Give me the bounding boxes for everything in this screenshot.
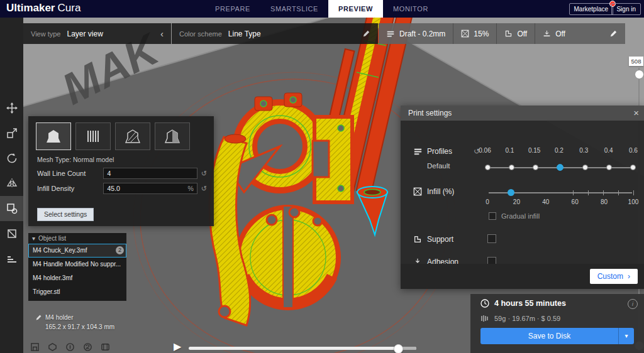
print-settings-footer: Custom › — [401, 264, 644, 289]
view-type-bar[interactable]: View type Layer view ‹ — [23, 23, 171, 44]
select-settings-button[interactable]: Select settings — [37, 208, 94, 221]
list-item[interactable]: Trigger.stl — [28, 285, 126, 299]
output-panel: 4 hours 55 minutes i 59g · 19.67m · $ 0.… — [470, 294, 644, 353]
summary-adhesion-text: Off — [555, 30, 565, 38]
list-item[interactable]: M4 holder.3mf — [28, 271, 126, 285]
simulation-slider[interactable] — [189, 347, 416, 350]
play-button[interactable]: ▶ — [174, 340, 181, 352]
support-icon — [413, 235, 422, 244]
mesh-type-normal-button[interactable] — [36, 122, 71, 150]
object-list-header[interactable]: ▾ Object list — [28, 233, 126, 244]
profiles-label: Profiles — [427, 147, 452, 156]
edit-pencil-icon[interactable] — [609, 30, 618, 38]
mesh-type-infill-mesh-button[interactable] — [75, 122, 111, 150]
tick-label: 0.2 — [548, 147, 570, 154]
tool-mirror-button[interactable] — [0, 171, 23, 196]
tab-smartslice[interactable]: SMARTSLICE — [260, 0, 328, 18]
viewport-status-icons — [30, 342, 110, 352]
layer-number-box[interactable]: 508 — [629, 57, 643, 66]
print-settings-summary-bar[interactable]: Draft - 0.2mm 15% Off Off — [379, 23, 625, 44]
model-disc[interactable] — [238, 206, 338, 308]
summary-support-text: Off — [517, 30, 527, 38]
profile-step-dot-selected[interactable] — [557, 164, 564, 171]
separator — [453, 23, 453, 44]
infill-slider-handle[interactable] — [508, 189, 514, 196]
object-list-title: Object list — [38, 235, 66, 242]
list-item[interactable]: M4 Handle Modified No suppr... — [28, 258, 126, 271]
custom-settings-button[interactable]: Custom › — [590, 269, 638, 284]
infill-icon — [413, 187, 422, 196]
reset-setting-icon[interactable]: ↺ — [201, 170, 207, 178]
model-bracket[interactable] — [313, 117, 352, 202]
profile-step-dot[interactable] — [533, 165, 538, 170]
per-model-settings-panel: Mesh Type: Normal model Wall Line Count … — [28, 116, 214, 226]
tool-rotate-button[interactable] — [0, 146, 23, 171]
infill-slider-track[interactable] — [489, 192, 632, 193]
layer-height-icon — [413, 147, 423, 156]
reset-setting-icon[interactable]: ↺ — [201, 185, 207, 193]
print-settings-header[interactable]: Print settings × — [401, 106, 644, 121]
extruder-1-icon — [65, 342, 75, 352]
app-window: MAK — [0, 0, 644, 353]
gradual-infill-checkbox[interactable] — [489, 212, 496, 220]
object-list-panel: ▾ Object list M4 Chuck_Key.3mf 2 M4 Hand… — [28, 233, 126, 301]
summary-infill[interactable]: 15% — [461, 30, 489, 38]
tab-monitor[interactable]: MONITOR — [383, 0, 438, 18]
rename-pencil-icon[interactable] — [35, 314, 42, 321]
layer-slider-upper-handle[interactable] — [635, 70, 644, 79]
save-to-disk-button[interactable]: Save to Disk ▾ — [480, 328, 634, 344]
wall-line-count-value: 4 — [107, 170, 111, 177]
tool-scale-button[interactable] — [0, 121, 23, 146]
object-count-badge: 2 — [116, 246, 124, 254]
profile-step-dot[interactable] — [582, 165, 588, 170]
material-estimate-text: 59g · 19.67m · $ 0.59 — [494, 315, 560, 322]
profile-step-dot[interactable] — [485, 165, 491, 170]
color-scheme-value: Line Type — [228, 30, 261, 38]
summary-profile[interactable]: Draft - 0.2mm — [386, 30, 445, 38]
header-bar: UltimakerCura PREPARE SMARTSLICE PREVIEW… — [0, 0, 644, 18]
profile-step-dot[interactable] — [509, 165, 514, 170]
tick-label: 0.4 — [597, 147, 620, 154]
infill-density-value: 45.0 — [107, 185, 119, 192]
active-object-name: M4 holder — [45, 314, 73, 321]
tool-move-button[interactable] — [0, 95, 23, 121]
collapse-chevron-icon[interactable]: ‹ — [160, 28, 164, 39]
marketplace-button[interactable]: Marketplace — [569, 3, 613, 15]
info-icon[interactable]: i — [628, 299, 638, 309]
adhesion-icon — [543, 30, 551, 38]
sign-in-button[interactable]: Sign in — [611, 3, 641, 15]
object-name: M4 holder.3mf — [33, 274, 72, 281]
app-logo: UltimakerCura — [6, 2, 80, 14]
tool-support-blocker-button[interactable] — [0, 221, 23, 246]
summary-adhesion[interactable]: Off — [543, 30, 565, 38]
tool-per-model-settings-button[interactable] — [0, 196, 23, 221]
simulation-slider-handle[interactable] — [394, 344, 403, 353]
profile-step-dot[interactable] — [630, 165, 636, 170]
edit-pencil-icon[interactable] — [362, 30, 370, 38]
profile-step-dot[interactable] — [606, 165, 612, 170]
tab-prepare[interactable]: PREPARE — [205, 0, 260, 18]
profile-tick-labels: 0.06 0.1 0.15 0.2 0.3 0.4 0.6 — [474, 147, 644, 154]
print-settings-panel: Print settings × Profiles ↺ 0.06 0.1 0.1… — [401, 106, 644, 289]
close-icon[interactable]: × — [633, 106, 639, 121]
profile-slider — [485, 165, 636, 171]
logo-primary: Ultimaker — [6, 2, 55, 14]
tool-custom-supports-button[interactable] — [0, 246, 23, 271]
mesh-type-support-mesh-button[interactable] — [155, 122, 190, 150]
tick-label: 0.3 — [572, 147, 595, 154]
infill-density-input[interactable]: 45.0 % — [103, 183, 197, 194]
save-options-dropdown[interactable]: ▾ — [619, 328, 634, 344]
object-name: M4 Handle Modified No suppr... — [33, 261, 121, 268]
mesh-type-cutting-mesh-button[interactable] — [115, 122, 150, 150]
list-item[interactable]: M4 Chuck_Key.3mf 2 — [28, 244, 126, 258]
printer-icon — [30, 342, 40, 352]
build-plate-icon — [48, 342, 57, 352]
wall-line-count-input[interactable]: 4 — [103, 168, 197, 179]
print-settings-title: Print settings — [408, 109, 452, 117]
stage-tabs: PREPARE SMARTSLICE PREVIEW MONITOR — [205, 0, 438, 18]
save-to-disk-label[interactable]: Save to Disk — [480, 328, 618, 344]
tab-preview[interactable]: PREVIEW — [328, 0, 383, 18]
color-scheme-bar[interactable]: Color scheme Line Type — [172, 23, 378, 44]
summary-support[interactable]: Off — [504, 30, 527, 38]
support-checkbox[interactable] — [487, 234, 496, 243]
